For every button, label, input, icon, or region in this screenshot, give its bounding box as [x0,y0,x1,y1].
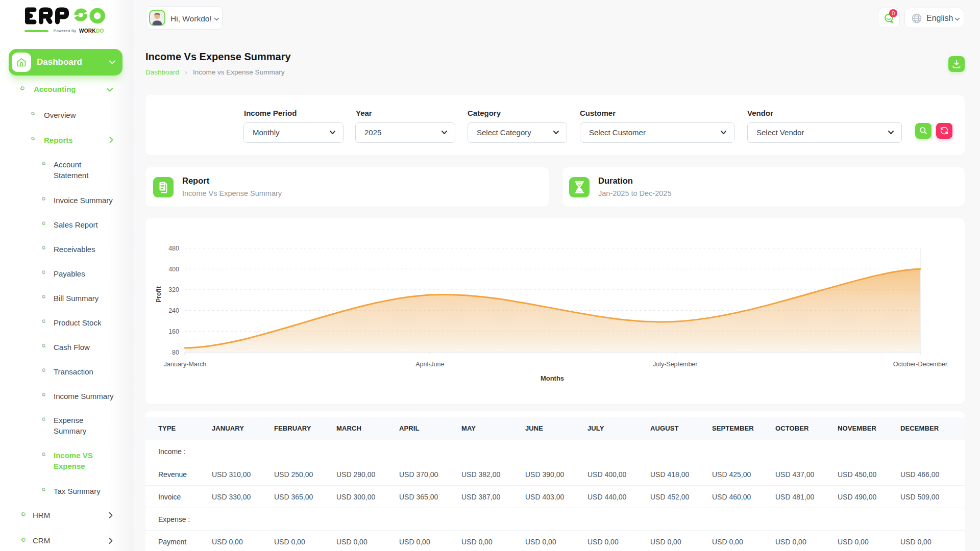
svg-text:480: 480 [168,245,179,252]
svg-text:80: 80 [172,349,179,356]
svg-text:160: 160 [168,328,179,335]
svg-text:240: 240 [168,307,179,314]
svg-text:October-December: October-December [893,361,947,368]
svg-text:320: 320 [168,286,179,293]
svg-text:April-June: April-June [415,361,444,368]
svg-text:400: 400 [168,266,179,273]
svg-text:January-March: January-March [164,361,206,368]
svg-text:July-September: July-September [653,361,698,368]
svg-text:Months: Months [541,374,564,382]
svg-text:Profit: Profit [155,286,162,302]
